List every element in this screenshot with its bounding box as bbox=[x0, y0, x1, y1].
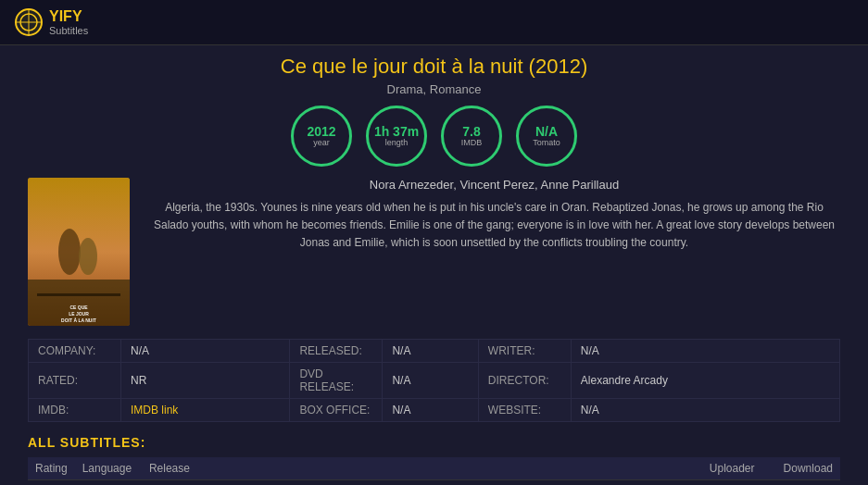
website-label: WEBSITE: bbox=[478, 399, 571, 422]
svg-rect-8 bbox=[37, 293, 120, 296]
table-header-row: Rating Language Release Uploader Downloa… bbox=[28, 457, 840, 480]
logo-yify-label: YIFY bbox=[49, 8, 88, 25]
rating-cell: 11 bbox=[28, 480, 75, 486]
writer-label: WRITER: bbox=[478, 340, 571, 363]
release-cell: subtitle Ce.Que.Le.Jour.Doit.A.La.Nuit.2… bbox=[142, 480, 702, 486]
col-download: Download bbox=[776, 457, 840, 480]
rated-value: NR bbox=[121, 363, 290, 399]
stats-row: 2012 year 1h 37m length 7.8 IMDB N/A Tom… bbox=[28, 106, 840, 167]
synopsis: Algeria, the 1930s. Younes is nine years… bbox=[148, 199, 840, 253]
director-label: DIRECTOR: bbox=[478, 363, 571, 399]
logo-text: YIFY Subtitles bbox=[49, 8, 88, 36]
main-content: Ce que le jour doit à la nuit (2012) Dra… bbox=[0, 45, 868, 485]
movie-poster: CE QUE LE JOUR DOIT À LA NUIT bbox=[28, 178, 130, 326]
col-release: Release bbox=[142, 457, 702, 480]
header: YIFY Subtitles bbox=[0, 0, 868, 45]
boxoffice-label: BOX OFFICE: bbox=[290, 399, 383, 422]
logo-icon bbox=[14, 7, 44, 37]
download-cell[interactable]: download bbox=[776, 480, 840, 486]
movie-info: CE QUE LE JOUR DOIT À LA NUIT Nora Arnez… bbox=[28, 178, 840, 326]
language-cell: 🇸🇦 Arabic bbox=[75, 480, 142, 486]
logo[interactable]: YIFY Subtitles bbox=[14, 7, 88, 37]
length-label: length bbox=[385, 139, 409, 148]
tomato-stat: N/A Tomato bbox=[516, 106, 577, 167]
subtitles-header: ALL SUBTITLES: bbox=[28, 435, 840, 450]
cast-list: Nora Arnezeder, Vincent Perez, Anne Pari… bbox=[148, 178, 840, 192]
table-row: 11 🇸🇦 Arabic subtitle Ce.Que.Le.Jour.Doi… bbox=[28, 480, 840, 486]
length-stat: 1h 37m length bbox=[366, 106, 427, 167]
col-rating: Rating bbox=[28, 457, 75, 480]
dvd-value: N/A bbox=[383, 363, 478, 399]
info-table: COMPANY: N/A RELEASED: N/A WRITER: N/A R… bbox=[28, 339, 840, 422]
logo-subtitle-label: Subtitles bbox=[49, 25, 88, 36]
dvd-label: DVD RELEASE: bbox=[290, 363, 383, 399]
rated-label: RATED: bbox=[29, 363, 121, 399]
year-stat: 2012 year bbox=[291, 106, 352, 167]
svg-text:LE JOUR: LE JOUR bbox=[69, 311, 89, 317]
released-label: RELEASED: bbox=[290, 340, 383, 363]
col-language: Language bbox=[75, 457, 142, 480]
tomato-label: Tomato bbox=[533, 139, 560, 148]
company-label: COMPANY: bbox=[29, 340, 121, 363]
svg-text:DOIT À LA NUIT: DOIT À LA NUIT bbox=[61, 317, 96, 323]
movie-details: Nora Arnezeder, Vincent Perez, Anne Pari… bbox=[148, 178, 840, 326]
tomato-value: N/A bbox=[535, 124, 558, 140]
uploader-cell: Badil BnZineb bbox=[702, 480, 776, 486]
website-value: N/A bbox=[571, 399, 839, 422]
year-label: year bbox=[313, 139, 330, 148]
company-value: N/A bbox=[121, 340, 290, 363]
length-value: 1h 37m bbox=[374, 124, 419, 140]
released-value: N/A bbox=[383, 340, 478, 363]
imdb-link[interactable]: IMDB link bbox=[131, 404, 178, 417]
imdb-link-cell[interactable]: IMDB link bbox=[121, 399, 290, 422]
imdb-label: IMDB: bbox=[29, 399, 121, 422]
year-value: 2012 bbox=[307, 124, 335, 140]
poster-image: CE QUE LE JOUR DOIT À LA NUIT bbox=[28, 178, 130, 326]
imdb-stat: 7.8 IMDB bbox=[441, 106, 502, 167]
imdb-label: IMDB bbox=[461, 139, 483, 148]
movie-genres: Drama, Romance bbox=[28, 82, 840, 96]
imdb-value: 7.8 bbox=[462, 124, 480, 140]
writer-value: N/A bbox=[571, 340, 839, 363]
director-value: Alexandre Arcady bbox=[571, 363, 839, 399]
subtitles-table: Rating Language Release Uploader Downloa… bbox=[28, 457, 840, 485]
svg-text:CE QUE: CE QUE bbox=[69, 305, 88, 310]
movie-title: Ce que le jour doit à la nuit (2012) bbox=[28, 55, 840, 79]
boxoffice-value: N/A bbox=[383, 399, 478, 422]
svg-point-7 bbox=[79, 238, 97, 275]
col-uploader: Uploader bbox=[702, 457, 776, 480]
svg-point-6 bbox=[58, 229, 81, 275]
